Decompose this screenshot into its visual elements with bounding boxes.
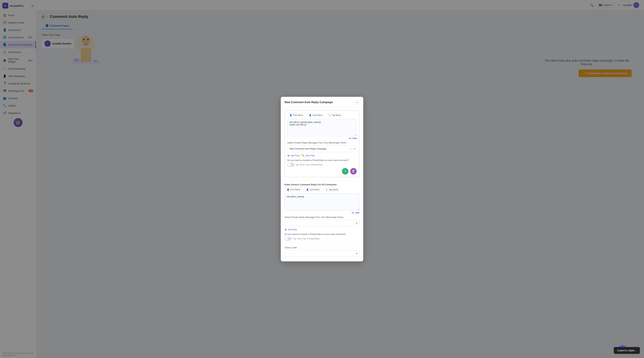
generic-reply-label: Enter Generic Comment Reply For All Comm… xyxy=(284,183,360,186)
char-count-2: 19 / 2000 xyxy=(284,212,360,214)
photo-question-1: Do you want to include a Photo/Video on … xyxy=(287,159,357,162)
section-divider xyxy=(284,180,360,180)
flow-actions-2: ⊕ Add Flow xyxy=(284,228,360,231)
private-reply-label-1: Select Private Reply Message From Your M… xyxy=(287,141,357,144)
first-name-tag-button-2[interactable]: 👤 First Name xyxy=(284,187,302,192)
section-actions-1: + 🗑 xyxy=(287,168,357,175)
char-count-1: 44 / 2000 xyxy=(287,137,357,139)
modal-body: 👤 First Name 👤 Last Name 🏷️ Tag Name Hai… xyxy=(281,107,363,261)
tag-name-tag-button[interactable]: 🏷️ Tag Name xyxy=(326,113,343,117)
modal-header: New Comment Auto Reply Campaign × xyxy=(281,97,363,107)
add-flow-button-1[interactable]: ⊕ Add Flow xyxy=(287,154,300,157)
toggle-label-1: No, Don't Use a Photo/Video xyxy=(296,164,322,166)
toggle-row-1: No, Don't Use a Photo/Video xyxy=(287,163,357,167)
last-name-tag-button[interactable]: 👤 Last Name xyxy=(307,113,324,117)
person-icon: 👤 xyxy=(290,114,292,116)
person-icon-2: 👤 xyxy=(287,188,289,191)
person-icon: 👤 xyxy=(309,114,312,116)
first-name-tag-button[interactable]: 👤 First Name xyxy=(287,113,305,117)
dropdown-arrow-icon[interactable]: ▾ xyxy=(354,148,355,150)
add-flow-button-2[interactable]: ⊕ Add Flow xyxy=(284,228,297,231)
flow-actions-1: ⊕ Add Flow ✏️ Edit Flow xyxy=(287,154,357,157)
label-select-wrap: ▾ xyxy=(284,250,360,257)
tag-row-1: 👤 First Name 👤 Last Name 🏷️ Tag Name xyxy=(287,113,357,117)
plus-circle-icon: ⊕ xyxy=(287,154,290,157)
tag-icon-2: 🏷️ xyxy=(326,188,328,191)
tag-row-2: 👤 First Name 👤 Last Name 🏷️ Tag Name xyxy=(284,187,360,192)
modal-title: New Comment Auto Reply Campaign xyxy=(284,101,333,104)
private-reply-dropdown-2[interactable] xyxy=(284,220,360,226)
modal-close-button[interactable]: × xyxy=(355,100,360,105)
label-dropdown[interactable] xyxy=(284,250,360,257)
last-name-tag-button-2[interactable]: 👤 Last Name xyxy=(304,187,322,192)
photo-question-2: Do you want to include a Photo/Video on … xyxy=(284,233,360,235)
new-campaign-modal: New Comment Auto Reply Campaign × 👤 Firs… xyxy=(281,97,363,261)
delete-section-button[interactable]: 🗑 xyxy=(350,168,357,175)
modal-overlay: New Comment Auto Reply Campaign × 👤 Firs… xyxy=(0,0,644,358)
message-input-2[interactable]: Hai {{first_name}} xyxy=(284,193,360,210)
toggle-row-2: No, Don't Use a Photo/Video xyxy=(284,237,360,241)
clear-selection-icon[interactable]: ✕ xyxy=(350,148,352,150)
toggle-label-2: No, Don't Use a Photo/Video xyxy=(294,237,320,240)
keyword-section: 👤 First Name 👤 Last Name 🏷️ Tag Name Hai… xyxy=(284,110,360,177)
edit-icon: ✏️ xyxy=(302,154,305,157)
plus-circle-icon-2: ⊕ xyxy=(284,228,287,231)
message-input-1[interactable]: Hai {{first_name}} {{last_name}} Boleh c… xyxy=(287,119,357,136)
tag-icon: 🏷️ xyxy=(328,114,331,116)
photo-toggle-2[interactable] xyxy=(284,237,292,241)
photo-toggle-1[interactable] xyxy=(287,163,294,167)
edit-flow-button[interactable]: ✏️ Edit Flow xyxy=(302,154,315,157)
private-reply-select-1: New Comment Auto Reply Campaign ✕ ▾ xyxy=(287,145,357,152)
private-reply-value-1[interactable]: New Comment Auto Reply Campaign xyxy=(287,145,357,152)
add-section-button[interactable]: + xyxy=(342,168,348,175)
tag-name-tag-button-2[interactable]: 🏷️ Tag Name xyxy=(323,187,340,192)
select-label-title: Select Label xyxy=(284,246,360,249)
person-icon-3: 👤 xyxy=(306,188,309,191)
private-reply-select-2: ▾ xyxy=(284,220,360,226)
private-reply-label-2: Select Private Reply Message From Your M… xyxy=(284,216,360,218)
copied-toast: Copied to clipbo... xyxy=(614,347,640,354)
